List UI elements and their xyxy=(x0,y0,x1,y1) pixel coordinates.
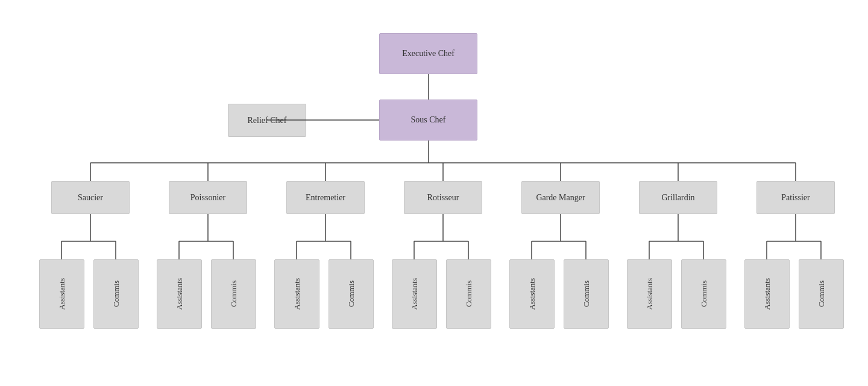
node-poissonier: Poissonier xyxy=(169,181,247,214)
node-patissier: Patissier xyxy=(756,181,835,214)
node-patissier-assistants: Assistants xyxy=(744,259,790,329)
node-saucier-commis: Commis xyxy=(93,259,139,329)
node-rotisseur-commis: Commis xyxy=(446,259,491,329)
node-executive-chef: Executive Chef xyxy=(379,33,477,74)
node-gardemanger-commis: Commis xyxy=(564,259,609,329)
node-entremetier: Entremetier xyxy=(286,181,365,214)
node-grillardin-commis: Commis xyxy=(681,259,726,329)
node-saucier: Saucier xyxy=(51,181,130,214)
node-patissier-commis: Commis xyxy=(799,259,844,329)
node-entremetier-commis: Commis xyxy=(329,259,374,329)
node-rotisseur-assistants: Assistants xyxy=(392,259,437,329)
node-poissonier-assistants: Assistants xyxy=(157,259,202,329)
node-gardemanger-assistants: Assistants xyxy=(509,259,555,329)
node-poissonier-commis: Commis xyxy=(211,259,256,329)
node-relief-chef: Relief Chef xyxy=(228,104,306,137)
node-grillardin: Grillardin xyxy=(639,181,717,214)
node-entremetier-assistants: Assistants xyxy=(274,259,319,329)
node-saucier-assistants: Assistants xyxy=(39,259,84,329)
node-grillardin-assistants: Assistants xyxy=(627,259,672,329)
node-garde-manger: Garde Manger xyxy=(521,181,600,214)
node-rotisseur: Rotisseur xyxy=(404,181,482,214)
org-chart: Executive Chef Sous Chef Relief Chef Sau… xyxy=(18,6,850,380)
node-sous-chef: Sous Chef xyxy=(379,100,477,141)
